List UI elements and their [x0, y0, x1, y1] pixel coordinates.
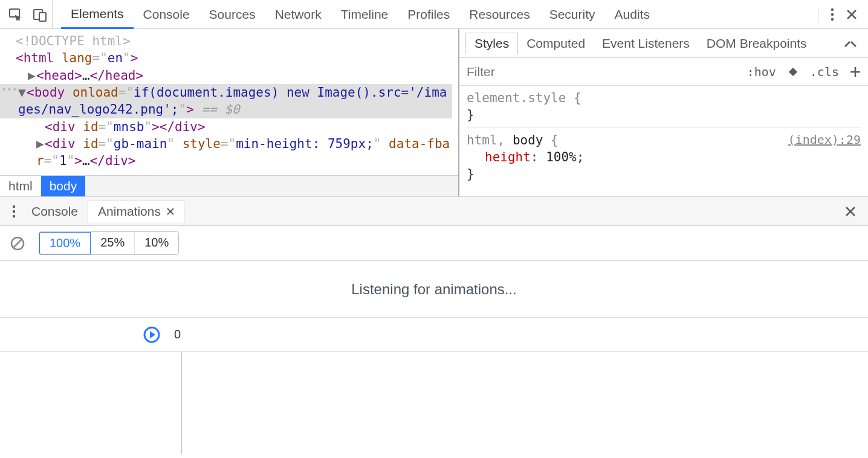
drawer-kebab-icon[interactable]	[6, 205, 22, 218]
timeline-playhead[interactable]	[181, 352, 182, 454]
animations-toolbar: 100% 25% 10%	[0, 226, 868, 261]
diamond-icon[interactable]	[787, 66, 799, 78]
animations-timeline-header: 0	[0, 318, 868, 352]
kebab-menu-icon[interactable]	[831, 8, 834, 21]
dom-pane: <!DOCTYPE html> <html lang="en"> ▶<head>…	[0, 29, 459, 196]
styles-toolbar-actions: :hov .cls	[747, 65, 861, 79]
dom-tree[interactable]: <!DOCTYPE html> <html lang="en"> ▶<head>…	[0, 29, 458, 175]
overflow-dots-icon: •••	[1, 84, 18, 96]
style-rules[interactable]: element.style {} (index):29 html, body {…	[459, 86, 868, 194]
tab-audits[interactable]: Audits	[605, 0, 659, 28]
rule-element-style[interactable]: element.style {}	[467, 89, 861, 128]
tab-profiles[interactable]: Profiles	[398, 0, 459, 28]
subtab-event-listeners[interactable]: Event Listeners	[594, 33, 698, 54]
drawer-tab-animations[interactable]: Animations	[88, 201, 184, 222]
hov-toggle[interactable]: :hov	[747, 65, 776, 79]
svg-point-3	[831, 8, 834, 10]
tab-network[interactable]: Network	[265, 0, 331, 28]
dom-body-selected[interactable]: ••• ▼<body onload="if(document.images) n…	[0, 84, 452, 118]
styles-pane: Styles Computed Event Listeners DOM Brea…	[459, 29, 868, 196]
cls-toggle[interactable]: .cls	[810, 65, 839, 79]
svg-point-4	[831, 13, 834, 15]
subtab-dom-breakpoints[interactable]: DOM Breakpoints	[698, 33, 815, 54]
add-rule-icon[interactable]	[850, 66, 861, 77]
svg-point-8	[13, 210, 15, 212]
speed-25[interactable]: 25%	[91, 232, 135, 254]
svg-rect-2	[39, 13, 46, 21]
svg-point-5	[831, 18, 834, 20]
dom-html-open[interactable]: <html lang="en">	[16, 50, 452, 66]
inspect-element-icon[interactable]	[8, 7, 23, 22]
animations-track[interactable]	[0, 352, 868, 454]
subtab-computed[interactable]: Computed	[518, 33, 594, 54]
svg-rect-0	[10, 9, 19, 17]
styles-toolbar: :hov .cls	[459, 58, 868, 86]
svg-point-7	[13, 205, 15, 207]
more-tabs-icon[interactable]	[839, 39, 862, 48]
dom-breadcrumb: html body	[0, 175, 458, 196]
tab-sources[interactable]: Sources	[199, 0, 265, 28]
svg-rect-6	[789, 67, 797, 76]
tab-resources[interactable]: Resources	[459, 0, 539, 28]
speed-100[interactable]: 100%	[39, 231, 91, 255]
styles-filter-input[interactable]	[467, 65, 747, 79]
timeline-zero-label: 0	[174, 327, 181, 341]
crumb-html[interactable]: html	[0, 176, 41, 196]
toolbar-left-icons	[0, 0, 53, 29]
subtab-styles[interactable]: Styles	[465, 33, 518, 54]
drawer-tab-bar: Console Animations	[0, 197, 868, 226]
rule-html-body[interactable]: (index):29 html, body { height: 100%;}	[467, 132, 861, 187]
main-tab-list: Elements Console Sources Network Timelin…	[53, 0, 659, 28]
tab-timeline[interactable]: Timeline	[331, 0, 398, 28]
tab-elements[interactable]: Elements	[61, 1, 134, 29]
devtools-toolbar: Elements Console Sources Network Timelin…	[0, 0, 868, 29]
tab-console[interactable]: Console	[134, 0, 199, 28]
rule-source-link[interactable]: (index):29	[788, 132, 861, 148]
dom-div-mnsb[interactable]: <div id="mnsb"></div>	[16, 118, 452, 135]
speed-group: 100% 25% 10%	[39, 231, 179, 255]
close-tab-icon[interactable]	[167, 208, 174, 215]
device-toggle-icon[interactable]	[33, 7, 47, 22]
drawer-tab-label: Animations	[98, 204, 161, 219]
drawer-tab-console[interactable]: Console	[22, 201, 88, 222]
replay-icon[interactable]	[143, 326, 161, 344]
crumb-body[interactable]: body	[41, 176, 86, 196]
tab-security[interactable]: Security	[540, 0, 605, 28]
close-devtools-icon[interactable]	[846, 9, 857, 20]
dom-doctype[interactable]: <!DOCTYPE html>	[16, 33, 452, 50]
speed-10[interactable]: 10%	[135, 232, 178, 254]
main-panes: <!DOCTYPE html> <html lang="en"> ▶<head>…	[0, 29, 868, 197]
styles-tab-list: Styles Computed Event Listeners DOM Brea…	[459, 29, 868, 58]
dom-head[interactable]: ▶<head>…</head>	[16, 67, 452, 84]
svg-point-9	[13, 214, 15, 217]
divider	[818, 7, 818, 22]
close-drawer-icon[interactable]	[839, 206, 862, 217]
toolbar-right-icons	[818, 7, 868, 22]
clear-icon[interactable]	[10, 236, 25, 251]
dom-div-gbmain[interactable]: ▶<div id="gb-main" style="min-height: 75…	[16, 135, 452, 170]
animations-message: Listening for animations...	[0, 261, 868, 318]
